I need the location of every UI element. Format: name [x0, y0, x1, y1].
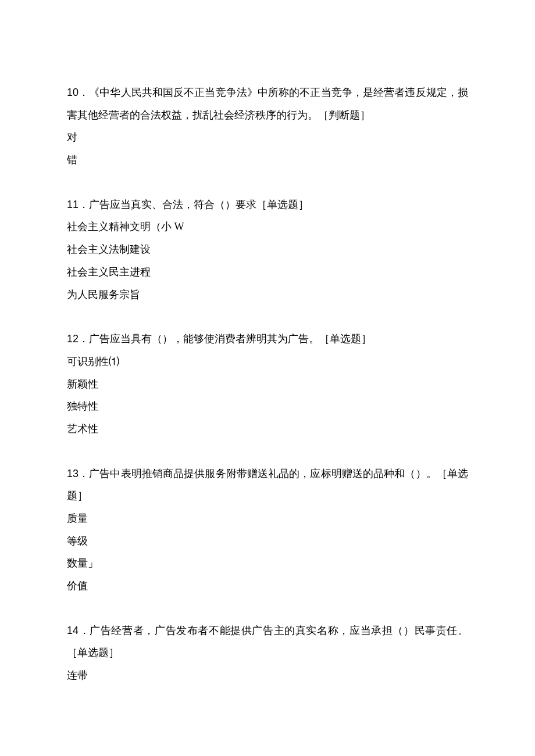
question-number: 12 — [67, 333, 79, 345]
option: 艺术性 — [67, 418, 468, 440]
option: 错 — [67, 149, 468, 171]
question-text: 10．《中华人民共和国反不正当竞争法》中所称的不正当竞争，是经营者违反规定，损害… — [67, 81, 468, 126]
question-12: 12．广告应当具有（），能够使消费者辨明其为广告。［单选题］ 可识别性⑴ 新颖性… — [67, 328, 468, 440]
option: 社会主义法制建设 — [67, 238, 468, 261]
question-number: 14 — [67, 625, 79, 636]
question-11: 11．广告应当真实、合法，符合（）要求［单选题］ 社会主义精神文明（小 W 社会… — [67, 194, 468, 306]
question-body: ．广告中表明推销商品提供服务附带赠送礼品的，应标明赠送的品种和（）。［单选题］ — [67, 468, 468, 502]
option: 为人民服务宗旨 — [67, 284, 468, 306]
option: 独特性 — [67, 395, 468, 418]
question-body: ．广告应当真实、合法，符合（）要求［单选题］ — [79, 199, 309, 210]
question-body: ．广告经营者，广告发布者不能提供广告主的真实名称，应当承担（）民事责任。［单选题… — [67, 625, 468, 659]
option: 新颖性 — [67, 373, 468, 396]
option: 社会主义民主进程 — [67, 261, 468, 284]
question-text: 11．广告应当真实、合法，符合（）要求［单选题］ — [67, 194, 468, 216]
option: 连带 — [67, 664, 468, 687]
option: 社会主义精神文明（小 W — [67, 216, 468, 238]
option: 对 — [67, 126, 468, 149]
option: 可识别性⑴ — [67, 350, 468, 373]
question-text: 13．广告中表明推销商品提供服务附带赠送礼品的，应标明赠送的品种和（）。［单选题… — [67, 463, 468, 507]
question-number: 13 — [67, 468, 79, 479]
option: 数量」 — [67, 552, 468, 575]
option: 价值 — [67, 575, 468, 597]
question-body: ．《中华人民共和国反不正当竞争法》中所称的不正当竞争，是经营者违反规定，损害其他… — [67, 87, 468, 121]
question-14: 14．广告经营者，广告发布者不能提供广告主的真实名称，应当承担（）民事责任。［单… — [67, 619, 468, 687]
question-number: 10 — [67, 87, 79, 98]
question-text: 12．广告应当具有（），能够使消费者辨明其为广告。［单选题］ — [67, 328, 468, 350]
question-number: 11 — [67, 199, 79, 210]
question-body: ．广告应当具有（），能够使消费者辨明其为广告。［单选题］ — [79, 333, 372, 345]
question-13: 13．广告中表明推销商品提供服务附带赠送礼品的，应标明赠送的品种和（）。［单选题… — [67, 463, 468, 597]
option: 等级 — [67, 530, 468, 553]
question-10: 10．《中华人民共和国反不正当竞争法》中所称的不正当竞争，是经营者违反规定，损害… — [67, 81, 468, 171]
option: 质量 — [67, 507, 468, 530]
question-text: 14．广告经营者，广告发布者不能提供广告主的真实名称，应当承担（）民事责任。［单… — [67, 619, 468, 664]
